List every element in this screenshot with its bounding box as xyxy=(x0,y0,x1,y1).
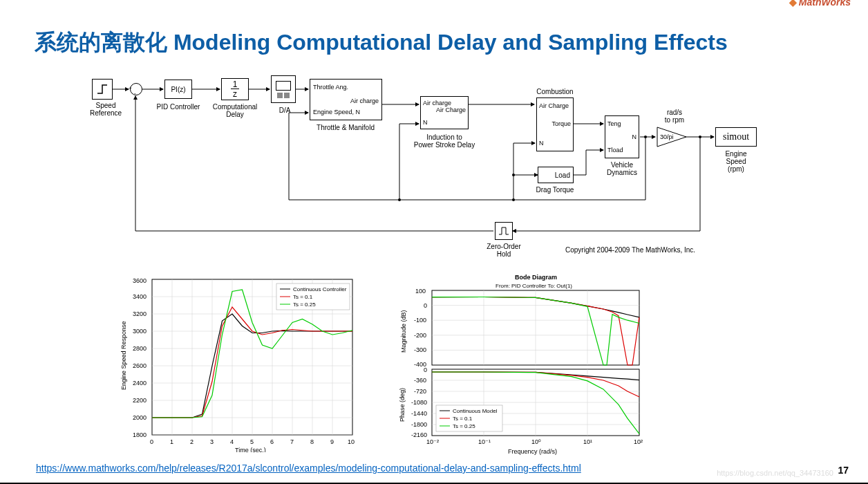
zoh-label: Zero-Order Hold xyxy=(469,243,538,258)
svg-text:-720: -720 xyxy=(414,388,426,395)
svg-text:5: 5 xyxy=(250,438,254,445)
svg-text:2400: 2400 xyxy=(133,380,147,387)
watermark: https://blog.csdn.net/qq_34473160 xyxy=(717,469,833,477)
page-title: 系统的离散化 Modeling Computational Delay and … xyxy=(35,28,840,58)
zoh-block xyxy=(495,222,513,240)
svg-text:7: 7 xyxy=(290,438,294,445)
chart1-legend: Continuous Controller Ts = 0.1 Ts = 0.25 xyxy=(276,283,350,310)
svg-text:-1440: -1440 xyxy=(411,410,427,417)
svg-point-17 xyxy=(512,174,515,176)
svg-text:3200: 3200 xyxy=(133,310,147,317)
drag-label: Drag Torque xyxy=(520,186,589,194)
step-icon xyxy=(95,82,109,96)
svg-text:4: 4 xyxy=(230,438,234,445)
ind-label: Induction to Power Stroke Delay xyxy=(410,133,479,149)
svg-text:0: 0 xyxy=(424,366,427,373)
da-label: D/A xyxy=(250,106,319,114)
svg-point-16 xyxy=(699,136,701,138)
da-block xyxy=(271,75,296,103)
brand-text: MathWorks xyxy=(799,0,851,8)
svg-point-13 xyxy=(512,198,515,201)
veh-out: N xyxy=(632,133,637,140)
svg-text:Continuous Model: Continuous Model xyxy=(453,408,498,414)
comb-in2: N xyxy=(539,140,544,147)
svg-text:1800: 1800 xyxy=(133,431,147,438)
tm-label: Throttle & Manifold xyxy=(311,124,380,131)
pid-block: PI(z) xyxy=(164,80,192,99)
simout-block: simout xyxy=(715,127,757,147)
svg-text:Ts = 0.25: Ts = 0.25 xyxy=(293,301,316,308)
comb-label: Combustion xyxy=(520,88,589,95)
combustion-block: Air Charge Torque N xyxy=(536,97,574,151)
delay-block: 1 z xyxy=(221,78,249,100)
ind-in1: Air charge xyxy=(423,100,451,106)
svg-text:3400: 3400 xyxy=(133,293,147,300)
sum-junction: + - xyxy=(130,83,142,95)
svg-text:-360: -360 xyxy=(414,377,426,384)
svg-text:1: 1 xyxy=(170,438,173,445)
svg-text:2800: 2800 xyxy=(133,345,147,352)
svg-text:10⁰: 10⁰ xyxy=(531,438,541,445)
svg-text:-200: -200 xyxy=(414,332,426,339)
phase-ylabel: Phase (deg) xyxy=(399,388,406,422)
svg-text:10²: 10² xyxy=(634,438,643,445)
mathworks-logo: ◆MathWorks xyxy=(789,0,851,8)
bode-title: Bode Diagram xyxy=(515,274,557,281)
svg-text:-300: -300 xyxy=(414,346,426,353)
svg-text:6: 6 xyxy=(270,438,274,445)
svg-text:9: 9 xyxy=(330,438,334,445)
comb-out: Torque xyxy=(551,120,571,127)
bode-chart: Bode Diagram From: PID Controller To: Ou… xyxy=(394,272,663,459)
svg-text:2200: 2200 xyxy=(133,397,147,404)
gain-text: 30/pi xyxy=(660,133,674,140)
veh-label: Vehicle Dynamics xyxy=(587,161,657,176)
svg-point-14 xyxy=(398,198,401,201)
reference-link[interactable]: https://www.mathworks.com/help/releases/… xyxy=(36,463,581,474)
charts-row: 1800 2000 2200 2400 2600 2800 3000 3200 … xyxy=(117,272,840,459)
zoh-icon xyxy=(498,225,510,237)
svg-text:3: 3 xyxy=(210,438,214,445)
svg-text:2: 2 xyxy=(190,438,194,445)
bode-legend: Continuous Model Ts = 0.1 Ts = 0.25 xyxy=(436,405,502,431)
tm-in2: Engine Speed, N xyxy=(313,109,360,115)
veh-in1: Teng xyxy=(607,120,621,127)
tm-out: Air charge xyxy=(350,97,379,104)
veh-in2: Tload xyxy=(607,147,623,153)
chart1-xlabel: Time (sec.) xyxy=(235,447,266,452)
svg-text:10¹: 10¹ xyxy=(583,438,592,445)
svg-text:Continuous Controller: Continuous Controller xyxy=(293,286,347,292)
speed-reference-label: Speed Reference xyxy=(71,102,140,117)
chart1-ylabel: Engine Speed Response xyxy=(120,321,127,390)
svg-point-15 xyxy=(644,136,647,138)
gain-block: 30/pi xyxy=(657,127,687,149)
mathworks-icon: ◆ xyxy=(789,0,797,8)
throttle-manifold-block: Throttle Ang. Air charge Engine Speed, N xyxy=(310,79,382,120)
svg-text:10: 10 xyxy=(348,438,355,445)
svg-text:3000: 3000 xyxy=(133,328,147,335)
svg-text:2600: 2600 xyxy=(133,362,147,369)
tm-in1: Throttle Ang. xyxy=(313,84,348,91)
induction-block: Air charge Air Charge N xyxy=(420,96,469,129)
svg-text:3600: 3600 xyxy=(133,277,147,284)
svg-text:-1080: -1080 xyxy=(411,399,427,406)
bode-xlabel: Frequency (rad/s) xyxy=(508,448,557,455)
speed-reference-block xyxy=(92,79,113,100)
gain-label: rad/s to rpm xyxy=(640,109,709,124)
comb-in1: Air Charge xyxy=(539,102,569,109)
simout-label: Engine Speed (rpm) xyxy=(701,150,771,173)
ind-in2: N xyxy=(423,119,428,126)
load-block: Load xyxy=(538,167,574,183)
svg-text:Ts = 0.1: Ts = 0.1 xyxy=(293,294,313,300)
mag-ylabel: Magnitude (dB) xyxy=(400,310,407,353)
svg-text:-2160: -2160 xyxy=(411,431,427,438)
svg-text:Ts = 0.1: Ts = 0.1 xyxy=(453,416,473,422)
svg-text:10⁻¹: 10⁻¹ xyxy=(478,438,491,445)
svg-text:100: 100 xyxy=(415,288,426,295)
svg-text:Ts = 0.25: Ts = 0.25 xyxy=(453,423,475,429)
page-number: 17 xyxy=(838,465,849,476)
svg-text:0: 0 xyxy=(424,302,427,309)
svg-text:-1800: -1800 xyxy=(411,421,427,428)
bode-subtitle: From: PID Controller To: Out(1) xyxy=(496,283,572,289)
svg-text:-100: -100 xyxy=(414,317,426,324)
svg-text:8: 8 xyxy=(310,438,314,445)
